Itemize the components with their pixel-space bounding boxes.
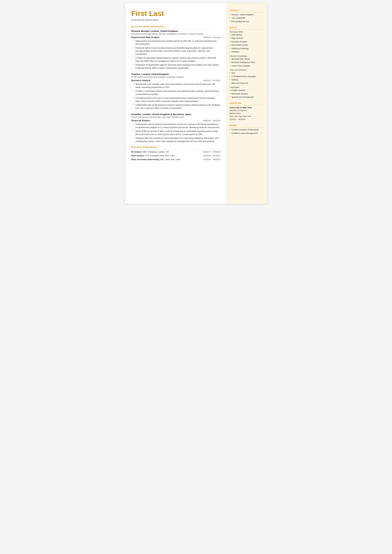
company-rest-3: London, United Kingdom & Barcelona, Spai…	[142, 113, 191, 116]
tech-skill-3: Data Warehousing	[230, 44, 264, 47]
tools-label: Tools and Software:	[230, 69, 264, 71]
role-header-2: Business Analyst 05/2019 – 07/2021	[131, 79, 221, 82]
contact-item-0: Norwich, United Kingdom	[230, 14, 264, 16]
bullet-3-1: Saved $78K per quarter in labor costs by…	[133, 130, 221, 136]
bullet-1-1: Partnered with 14 cross-functional teams…	[133, 46, 221, 56]
bullet-1-0: Reduced the processing time for monthly …	[133, 40, 221, 46]
language-0: English (Native)	[230, 89, 264, 92]
tool-2: Tableau	[230, 78, 264, 81]
bullet-3-0: Implemented new procedures that resulted…	[133, 123, 221, 129]
bullet-2-2: Provided training to 5K users on new sys…	[133, 97, 221, 103]
tech-skill-1: Data Science	[230, 37, 264, 40]
company-desc-1: Education technology startup with 50+ em…	[131, 33, 221, 35]
education-block: University of New York Bachelor of Scien…	[230, 106, 264, 121]
company-rest-1: London, United Kingdom	[150, 30, 178, 32]
industry-knowledge-label: Industry Knowledge:	[230, 55, 264, 57]
tool-0: SQL	[230, 72, 264, 75]
job-block-1: Resume Worded, London, United Kingdom Ed…	[131, 30, 221, 70]
bullet-2-1: Created 7 automated systems that monitor…	[133, 90, 221, 96]
previous-exp-title: PREVIOUS EXPERIENCE	[131, 146, 221, 150]
role-title-3: Financial Analyst	[131, 119, 150, 122]
role-dates-2: 05/2019 – 07/2021	[203, 79, 220, 82]
contact-item-1: +44 123456789	[230, 17, 264, 20]
languages-list: English (Native) Romanian (Native) Spani…	[230, 89, 264, 99]
previous-experience-section: PREVIOUS EXPERIENCE BI Analyst, ABC Comp…	[131, 146, 221, 161]
job-block-3: Growthsi, London, United Kingdom & Barce…	[131, 113, 221, 143]
other-section-title: OTHER	[230, 125, 264, 127]
industry-skill-2: Latent Class Analysis	[230, 65, 264, 67]
education-section-title: EDUCATION	[230, 102, 264, 105]
role-header-3: Financial Analyst 06/2018 – 04/2019	[131, 119, 221, 122]
contact-section-title: CONTACT	[230, 9, 264, 13]
bullet-list-1: Reduced the processing time for monthly …	[131, 40, 221, 70]
edu-degree: Bachelor of Science	[230, 109, 264, 112]
role-dates-3: 06/2018 – 04/2019	[203, 119, 220, 122]
other-item-1: Certified in Data Management.	[230, 132, 264, 135]
tool-1: R (Programming Language)	[230, 75, 264, 78]
languages-label: Languages:	[230, 86, 264, 88]
tech-skill-2: Business Analysis	[230, 40, 264, 43]
skills-section-title: SKILLS	[230, 27, 264, 29]
job-block-2: Polyhire, London, United Kingdom NYSE-li…	[131, 73, 221, 110]
edu-school: University of New York	[230, 106, 264, 109]
prev-exp-bold-2: Data Journalist (Internship),	[131, 158, 160, 161]
company-desc-3: Career training and membership SaaS with…	[131, 116, 221, 118]
company-name-1: Resume Worded,	[131, 30, 150, 32]
prev-exp-rest-1: XYZ Company, New York, USA	[145, 154, 175, 157]
candidate-name: First Last	[131, 9, 221, 18]
prev-exp-left-2: Data Journalist (Internship), ABC, New Y…	[131, 158, 202, 161]
language-1: Romanian (Native)	[230, 92, 264, 95]
prev-exp-rest-0: ABC Company, London, UK	[142, 151, 169, 153]
technical-skills-label: Technical Skills:	[230, 31, 264, 33]
prev-exp-row-1: Risk Analyst, XYZ Company, New York, USA…	[131, 154, 221, 157]
relevant-work-title: RELEVANT WORK EXPERIENCE	[131, 26, 221, 29]
bullet-list-2: Worked with a 15-member sales team that …	[131, 83, 221, 110]
candidate-subtitle: Experienced Data Analyst	[131, 19, 221, 21]
prev-exp-bold-0: BI Analyst,	[131, 151, 142, 153]
tech-skill-5: Statistics	[230, 50, 264, 53]
tools-list: SQL R (Programming Language) Tableau Mic…	[230, 72, 264, 85]
role-header-1: Experienced Data Analyst 08/2021 – Prese…	[131, 36, 221, 39]
role-dates-1: 08/2021 – Present	[204, 36, 220, 39]
industry-knowledge-list: Microsoft SQL Server Business Intelligen…	[230, 58, 264, 67]
tech-skill-4: Statistical Modeling	[230, 47, 264, 50]
company-line-3: Growthsi, London, United Kingdom & Barce…	[131, 113, 221, 116]
company-rest-2: London, United Kingdom	[141, 73, 169, 76]
resume-container: First Last Experienced Data Analyst RELE…	[125, 3, 267, 204]
edu-dates: 10/2011 - 06/2014	[230, 118, 264, 121]
prev-exp-dates-0: 06/2017 – 05/2018	[203, 150, 220, 154]
bullet-2-0: Worked with a 15-member sales team that …	[133, 83, 221, 89]
contact-item-2: first.last@gmail.com	[230, 20, 264, 23]
bullet-3-2: Analyzed data and provided 15 recommenda…	[133, 137, 221, 143]
company-desc-2: NYSE-listed recruitment and employer bra…	[131, 76, 221, 78]
prev-exp-row-2: Data Journalist (Internship), ABC, New Y…	[131, 158, 221, 161]
edu-field: Mathematics	[230, 112, 264, 115]
left-column: First Last Experienced Data Analyst RELE…	[125, 3, 226, 204]
prev-exp-row-0: BI Analyst, ABC Company, London, UK 06/2…	[131, 150, 221, 154]
technical-skills-list: Data Mining Data Science Business Analys…	[230, 34, 264, 53]
role-title-1: Experienced Data Analyst	[131, 36, 160, 39]
prev-exp-bold-1: Risk Analyst,	[131, 154, 145, 157]
language-2: Spanish (Conversational)	[230, 96, 264, 99]
contact-list: Norwich, United Kingdom +44 123456789 fi…	[230, 14, 264, 23]
right-column: CONTACT Norwich, United Kingdom +44 1234…	[226, 3, 267, 204]
company-name-2: Polyhire,	[131, 73, 141, 76]
tool-3: Microsoft Power BI	[230, 82, 264, 85]
prev-exp-left-1: Risk Analyst, XYZ Company, New York, USA	[131, 154, 202, 157]
other-item-0: Certified Analytics Professional.	[230, 128, 264, 131]
industry-skill-0: Microsoft SQL Server	[230, 58, 264, 61]
prev-exp-dates-1: 06/2016 – 05/2017	[203, 154, 220, 157]
prev-exp-dates-2: 07/2014 – 05/2015	[203, 158, 220, 161]
tech-skill-0: Data Mining	[230, 34, 264, 36]
company-name-3: Growthsi,	[131, 113, 142, 116]
edu-location: New York City, New York	[230, 115, 264, 118]
role-title-2: Business Analyst	[131, 79, 150, 82]
company-line-2: Polyhire, London, United Kingdom	[131, 73, 221, 76]
company-line-1: Resume Worded, London, United Kingdom	[131, 30, 221, 32]
bullet-list-3: Implemented new procedures that resulted…	[131, 123, 221, 143]
prev-exp-rest-2: ABC, New York, USA	[160, 158, 180, 161]
bullet-1-2: Created 34 automated reports based on sp…	[133, 56, 221, 63]
prev-exp-left-0: BI Analyst, ABC Company, London, UK	[131, 150, 202, 154]
bullet-1-3: Developed 20 dashboards daily for execut…	[133, 63, 221, 70]
industry-skill-1: Business Intelligence Tools	[230, 61, 264, 64]
